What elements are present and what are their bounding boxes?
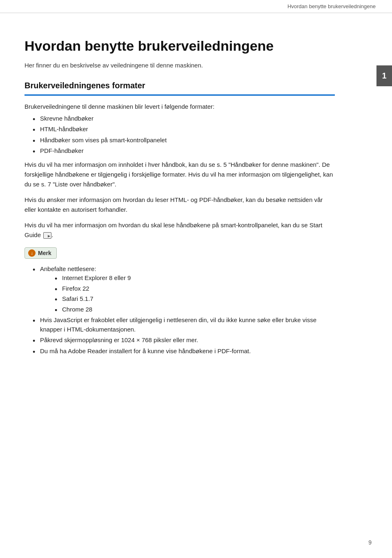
browsers-intro-item: Anbefalte nettlesere: Internet Explorer … [33,264,335,314]
list-item: HTML-håndbøker [33,125,335,134]
page-subtitle: Her finner du en beskrivelse av veiledni… [24,62,335,69]
section-intro: Brukerveiledningene til denne maskinen b… [24,103,335,110]
browsers-intro-text: Anbefalte nettlesere: [40,265,96,272]
page-title: Hvordan benytte brukerveiledningene [24,38,335,54]
paragraph-2: Hvis du ønsker mer informasjon om hvorda… [24,195,335,215]
section-title: Brukerveiledningenes formater [24,81,335,92]
list-item: Hvis JavaScript er frakoblet eller utilg… [33,316,335,334]
list-item: Påkrevd skjermoppløsning er 1024 × 768 p… [33,336,335,345]
note-icon: ↓ [28,249,36,257]
formats-list: Skrevne håndbøker HTML-håndbøker Håndbøk… [24,114,335,156]
list-item: Skrevne håndbøker [33,114,335,123]
main-content: Hvordan benytte brukerveiledningene Her … [0,13,368,384]
start-guide-icon [43,232,51,239]
page-header: Hvordan benytte brukerveiledningene [0,0,392,13]
list-item: Håndbøker som vises på smart-kontrollpan… [33,136,335,145]
note-label: Merk [38,250,51,256]
paragraph-1: Hvis du vil ha mer informasjon om innhol… [24,160,335,189]
note-box: ↓ Merk [24,247,57,259]
page-number-tab: 1 [376,65,392,86]
paragraph-3: Hvis du vil ha mer informasjon om hvorda… [24,220,335,240]
list-item: Internet Explorer 8 eller 9 [55,273,335,283]
chapter-number: 1 [382,71,386,80]
paragraph-3-text: Hvis du vil ha mer informasjon om hvorda… [24,222,323,238]
note-outer-list: Anbefalte nettlesere: Internet Explorer … [24,264,335,356]
list-item: Safari 5.1.7 [55,294,335,304]
footer-page-number: 9 [368,539,372,546]
section-divider [24,94,335,96]
list-item: Chrome 28 [55,305,335,314]
list-item: Firefox 22 [55,284,335,294]
browsers-list: Internet Explorer 8 eller 9 Firefox 22 S… [40,273,335,314]
header-title: Hvordan benytte brukerveiledningene [287,3,376,9]
list-item: Du må ha Adobe Reader installert for å k… [33,347,335,356]
list-item: PDF-håndbøker [33,146,335,156]
